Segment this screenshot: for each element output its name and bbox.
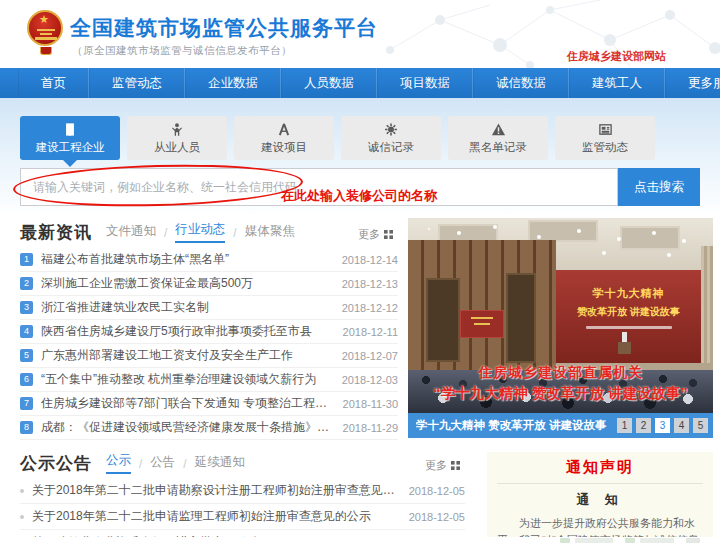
site-title: 全国建筑市场监管公共服务平台 [70,14,378,42]
grid-icon [451,461,460,470]
backdrop-slogan-line2: 赞改革开放 讲建设故事 [556,305,701,319]
news-tab-file-notices[interactable]: 文件通知 [106,223,156,243]
ceiling-panel [620,226,680,250]
nav-label: 监管动态 [112,76,162,90]
notice-tab-publicity[interactable]: 公示 [106,452,131,474]
tab-label: 建设项目 [261,140,307,155]
notice-list-item[interactable]: 关于2018年第二十二批申请勘察设计注册工程师初始注册审查意见的公示2018-1… [20,478,465,504]
site-header: ★ 全国建筑市场监管公共服务平台 （原全国建筑市场监管与诚信信息发布平台） 住房… [0,0,720,68]
nav-item-project-data[interactable]: 项目数据 [377,68,473,98]
news-section-tabs: 文件通知 / 行业动态 / 媒体聚焦 [106,221,295,244]
carousel-page-1[interactable]: 1 [617,418,632,433]
news-date: 2018-12-14 [342,254,398,266]
carousel-page-2[interactable]: 2 [636,418,651,433]
bullet-dot [20,515,24,519]
news-list-item[interactable]: 1福建公布首批建筑市场主体“黑名单”2018-12-14 [20,248,398,272]
news-link[interactable]: 浙江省推进建筑业农民工实名制 [41,299,334,316]
podium [618,342,631,354]
photo-overlay-title-line2: “学十九大精神 赞改革开放 讲建设故事” [408,384,713,403]
notice-link[interactable]: 关于2018年第二十二批申请勘察设计注册工程师初始注册审查意见的公示 [32,482,401,499]
carousel-page-3[interactable]: 3 [655,418,670,433]
news-date: 2018-11-30 [343,398,398,410]
news-more-link[interactable]: 更多 [358,227,393,242]
rank-badge: 6 [20,373,33,386]
tab-integrity-records[interactable]: 诚信记录 [341,116,441,160]
gov-site-link[interactable]: 住房城乡建设部网站 [567,49,666,64]
nav-item-enterprise-data[interactable]: 企业数据 [185,68,281,98]
more-label: 更多 [358,227,380,242]
tab-label: 诚信记录 [368,140,414,155]
national-emblem-logo: ★ [26,10,66,58]
nav-item-home[interactable]: 首页 [18,68,89,98]
rank-badge: 3 [20,301,33,314]
nav-item-personnel-data[interactable]: 人员数据 [281,68,377,98]
emblem-gate-roof [37,29,55,31]
news-list-item[interactable]: 3浙江省推进建筑业农民工实名制2018-12-12 [20,296,398,320]
cutoff-text [640,538,674,543]
header-decoration-pattern [370,0,720,68]
rank-badge: 7 [20,397,33,410]
side-screen-text-bar [474,323,490,325]
news-link[interactable]: 广东惠州部署建设工地工资支付及安全生产工作 [41,347,334,364]
news-tab-media-focus[interactable]: 媒体聚焦 [245,223,295,243]
news-link[interactable]: 深圳施工企业需缴工资保证金最高500万 [41,275,334,292]
cutoff-icon [560,538,570,543]
news-link[interactable]: 陕西省住房城乡建设厅5项行政审批事项委托至市县 [41,323,335,340]
news-list-item[interactable]: 8成都：《促进建设领域民营经济健康发展十条措施》出台2018-11-29 [20,416,398,440]
emblem-gate-mid [40,33,52,35]
tab-supervision-news[interactable]: 监管动态 [555,116,655,160]
nav-item-supervision-news[interactable]: 监管动态 [89,68,185,98]
notice-link[interactable]: 关于2018年第二十二批申请监理工程师初始注册审查意见的公示 [32,508,401,525]
news-list-item[interactable]: 6“五个集中”推动整改 杭州重拳治理建设领域欠薪行为2018-12-03 [20,368,398,392]
search-button[interactable]: 点击搜索 [618,168,700,206]
news-link[interactable]: 住房城乡建设部等7部门联合下发通知 专项整治工程建设领域“挂... [41,395,335,412]
notice-more-link[interactable]: 更多 [425,458,460,473]
site-subtitle: （原全国建筑市场监管与诚信信息发布平台） [72,44,292,58]
nav-item-integrity-data[interactable]: 诚信数据 [473,68,569,98]
carousel-page-4[interactable]: 4 [674,418,689,433]
blacklist-warning-icon [491,121,506,137]
annotation-text: 在此处输入装修公司的名称 [281,187,437,205]
newspaper-icon [598,121,613,137]
cutoff-icon [625,538,635,543]
nav-label: 人员数据 [304,76,354,90]
side-screen [460,310,504,338]
news-list-item[interactable]: 7住房城乡建设部等7部门联合下发通知 专项整治工程建设领域“挂...2018-1… [20,392,398,416]
nav-item-construction-workers[interactable]: 建筑工人 [569,68,665,98]
photo-overlay-title-line1: 住房城乡建设部直属机关 [408,364,713,382]
statement-heading: 通 知 [487,491,713,509]
news-list-item[interactable]: 2深圳施工企业需缴工资保证金最高500万2018-12-13 [20,272,398,296]
carousel-page-5[interactable]: 5 [693,418,708,433]
notice-section-header: 公示公告 公示 / 公告 / 延续通知 [20,452,245,475]
news-date: 2018-12-07 [342,350,398,362]
stage-backdrop: 学十九大精神 赞改革开放 讲建设故事 [556,270,701,365]
active-tab-pointer [63,160,77,167]
emblem-star: ★ [26,12,62,26]
carousel-photo[interactable]: 学十九大精神 赞改革开放 讲建设故事 住房城乡建设部直属机关 “学十九大精神 赞… [408,218,713,413]
bullet-dot [20,489,24,493]
notice-list-item[interactable]: 关于2018年第二十二批申请监理工程师初始注册审查意见的公示2018-12-05 [20,504,465,530]
backdrop-subtitle-bar [586,326,672,329]
tab-construction-enterprises[interactable]: 建设工程企业 [20,116,120,160]
grid-icon [384,230,393,239]
tab-blacklist-records[interactable]: 黑名单记录 [448,116,548,160]
news-date: 2018-12-11 [343,326,398,338]
news-carousel: 学十九大精神 赞改革开放 讲建设故事 住房城乡建设部直属机关 “学十九大精神 赞… [408,218,713,438]
side-screen-text-bar [471,317,493,319]
news-list-item[interactable]: 5广东惠州部署建设工地工资支付及安全生产工作2018-12-07 [20,344,398,368]
tab-label: 监管动态 [582,140,628,155]
project-icon [277,121,291,137]
news-tab-industry-trends[interactable]: 行业动态 [175,221,225,243]
search-hero-section: 建设工程企业 从业人员 建设项目 诚信记录 黑名单记录 [0,98,720,212]
news-link[interactable]: 福建公布首批建筑市场主体“黑名单” [41,251,334,268]
news-link[interactable]: 成都：《促进建设领域民营经济健康发展十条措施》出台 [41,419,335,436]
tab-construction-projects[interactable]: 建设项目 [234,116,334,160]
tab-practitioners[interactable]: 从业人员 [127,116,227,160]
news-list-item[interactable]: 4陕西省住房城乡建设厅5项行政审批事项委托至市县2018-12-11 [20,320,398,344]
news-date: 2018-12-12 [342,302,398,314]
nav-item-more-services[interactable]: 更多服务▼ [665,68,720,98]
news-date: 2018-11-29 [343,422,398,434]
notice-tab-announcements[interactable]: 公告 [150,454,175,474]
notice-tab-renewal-notices[interactable]: 延续通知 [195,454,245,474]
news-link[interactable]: “五个集中”推动整改 杭州重拳治理建设领域欠薪行为 [41,371,334,388]
